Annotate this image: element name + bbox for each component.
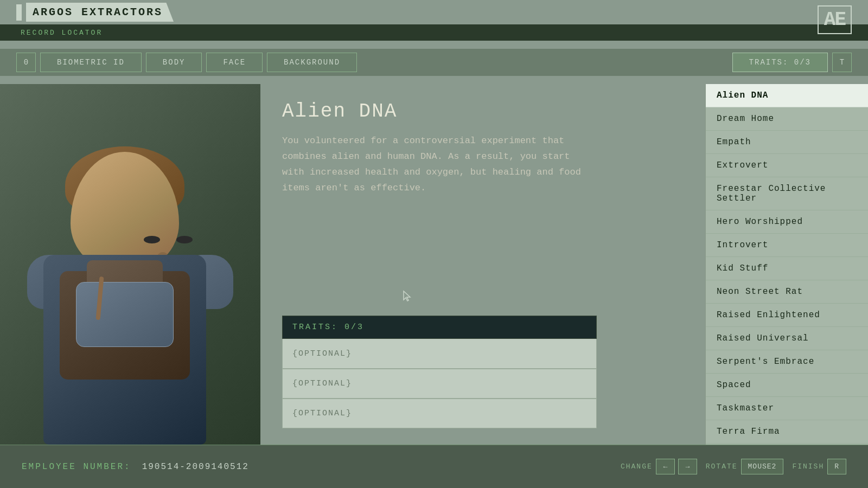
- trait-list-item-9[interactable]: Raised Enlightened: [706, 304, 868, 327]
- portrait-area: [0, 84, 260, 445]
- char-armor-chest: [76, 282, 174, 347]
- change-label: CHANGE: [621, 463, 653, 471]
- trait-list-item-14[interactable]: Terra Firma: [706, 420, 868, 444]
- finish-label: FINISH: [792, 463, 824, 471]
- traits-header: TRAITS: 0/3: [282, 316, 597, 339]
- record-locator-text: RECORD LOCATOR: [21, 29, 103, 37]
- info-panel: Alien DNA You volunteered for a controve…: [260, 84, 705, 445]
- bottom-bar: EMPLOYEE NUMBER: 190514-2009140512 CHANG…: [0, 445, 868, 488]
- employee-label: EMPLOYEE NUMBER:: [22, 462, 131, 472]
- tab-body[interactable]: BODY: [146, 53, 202, 72]
- ae-logo: AE: [818, 5, 852, 34]
- rotate-button[interactable]: MOUSE2: [741, 459, 784, 474]
- char-eye-right: [176, 236, 193, 243]
- change-action-group: CHANGE ← →: [621, 459, 697, 474]
- trait-list-item-2[interactable]: Empath: [706, 131, 868, 154]
- nav-bar: 0 BIOMETRIC ID BODY FACE BACKGROUND TRAI…: [0, 49, 868, 76]
- employee-number: 190514-2009140512: [142, 462, 249, 472]
- trait-slot-3[interactable]: {OPTIONAL}: [282, 399, 597, 428]
- company-bar: ARGOS EXTRACTORS: [0, 0, 868, 24]
- trait-slot-2-label: {OPTIONAL}: [292, 379, 352, 388]
- rotate-label: ROTATE: [706, 463, 738, 471]
- tab-background[interactable]: BACKGROUND: [267, 53, 357, 72]
- portrait-background: [0, 84, 260, 445]
- tab-face[interactable]: FACE: [206, 53, 263, 72]
- trait-slot-1[interactable]: {OPTIONAL}: [282, 339, 597, 369]
- tab-biometric-id[interactable]: BIOMETRIC ID: [40, 53, 142, 72]
- trait-list-item-13[interactable]: Taskmaster: [706, 397, 868, 420]
- trait-description: You volunteered for a controversial expe…: [282, 133, 597, 196]
- trait-slot-3-label: {OPTIONAL}: [292, 409, 352, 418]
- character-figure: [16, 130, 244, 445]
- nav-left-icon[interactable]: 0: [16, 53, 36, 72]
- trait-slot-2[interactable]: {OPTIONAL}: [282, 369, 597, 399]
- trait-list-item-4[interactable]: Freestar Collective Settler: [706, 177, 868, 210]
- company-logo-block: [16, 4, 22, 21]
- main-content: Alien DNA You volunteered for a controve…: [0, 84, 868, 445]
- traits-selection-box: TRAITS: 0/3 {OPTIONAL} {OPTIONAL} {OPTIO…: [282, 316, 597, 428]
- record-locator-bar: RECORD LOCATOR: [0, 24, 868, 41]
- nav-right-icon[interactable]: T: [832, 53, 852, 72]
- traits-sidebar: Alien DNADream HomeEmpathExtrovertFreest…: [705, 84, 868, 445]
- trait-list-item-1[interactable]: Dream Home: [706, 107, 868, 131]
- trait-list-item-12[interactable]: Spaced: [706, 374, 868, 397]
- finish-action-group: FINISH R: [792, 459, 846, 474]
- change-next-button[interactable]: →: [678, 459, 697, 474]
- bottom-actions: CHANGE ← → ROTATE MOUSE2 FINISH R: [621, 459, 846, 474]
- trait-title: Alien DNA: [282, 100, 684, 123]
- trait-list-item-5[interactable]: Hero Worshipped: [706, 210, 868, 234]
- trait-list-item-11[interactable]: Serpent's Embrace: [706, 350, 868, 374]
- trait-list-item-6[interactable]: Introvert: [706, 234, 868, 257]
- trait-list-item-8[interactable]: Neon Street Rat: [706, 280, 868, 304]
- mouse-cursor: [401, 290, 414, 306]
- trait-list-item-10[interactable]: Raised Universal: [706, 327, 868, 350]
- trait-list-item-3[interactable]: Extrovert: [706, 154, 868, 177]
- tab-traits[interactable]: TRAITS: 0/3: [732, 53, 828, 72]
- company-name: ARGOS EXTRACTORS: [26, 3, 174, 22]
- trait-slot-1-label: {OPTIONAL}: [292, 349, 352, 358]
- top-bar: ARGOS EXTRACTORS RECORD LOCATOR AE: [0, 0, 868, 49]
- finish-button[interactable]: R: [827, 459, 846, 474]
- trait-list-item-0[interactable]: Alien DNA: [706, 84, 868, 107]
- change-prev-button[interactable]: ←: [656, 459, 675, 474]
- trait-list-item-7[interactable]: Kid Stuff: [706, 257, 868, 280]
- rotate-action-group: ROTATE MOUSE2: [706, 459, 784, 474]
- char-eye-left: [144, 236, 160, 243]
